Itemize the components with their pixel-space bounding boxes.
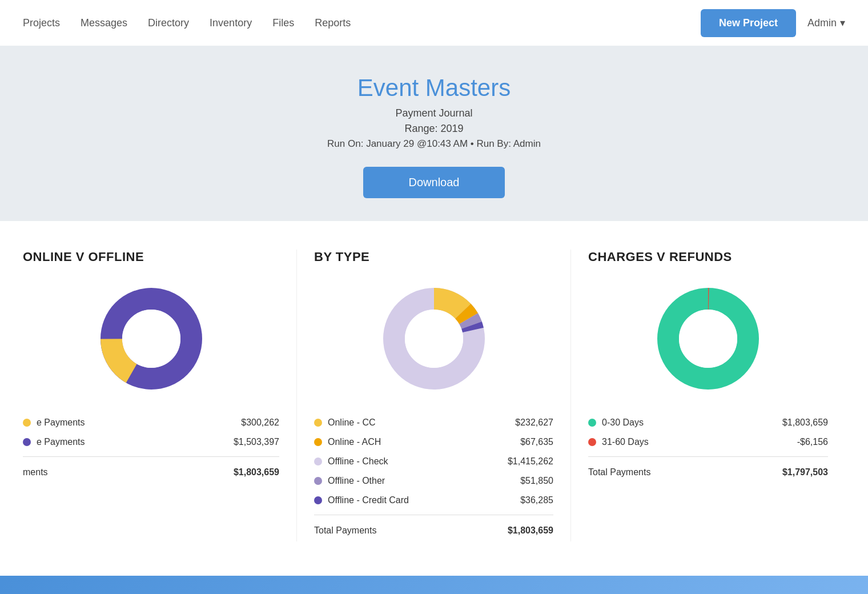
days-31-60-dot: [588, 438, 596, 446]
by-type-legend: Online - CC $232,627 Online - ACH $67,63…: [314, 413, 553, 541]
online-cc-label: Online - CC: [328, 418, 376, 428]
by-type-donut: [314, 282, 553, 396]
online-offline-legend: e Payments $300,262 e Payments $1,503,39…: [23, 413, 279, 483]
nav-reports[interactable]: Reports: [315, 17, 351, 29]
nav-inventory[interactable]: Inventory: [210, 17, 252, 29]
offline-payments-label: e Payments: [37, 437, 85, 447]
svg-point-11: [679, 310, 737, 368]
online-offline-chart: ONLINE V OFFLINE e Payments $300,262: [23, 250, 297, 541]
admin-dropdown[interactable]: Admin ▾: [807, 17, 845, 29]
days-0-30-label: 0-30 Days: [602, 418, 644, 428]
charts-container: ONLINE V OFFLINE e Payments $300,262: [0, 221, 868, 576]
days-0-30-dot: [588, 419, 596, 427]
offline-cc-value: $36,285: [520, 495, 553, 505]
report-subtitle: Payment Journal: [11, 107, 857, 119]
header-section: Event Masters Payment Journal Range: 201…: [0, 46, 868, 221]
online-ach-value: $67,635: [520, 437, 553, 447]
offline-check-dot: [314, 457, 322, 465]
svg-point-2: [122, 310, 180, 368]
chevron-down-icon: ▾: [840, 17, 845, 29]
by-type-title: BY TYPE: [314, 250, 553, 264]
by-type-total: Total Payments $1,803,659: [314, 520, 553, 541]
nav-files[interactable]: Files: [272, 17, 294, 29]
offline-other-value: $51,850: [520, 476, 553, 486]
offline-cc-label: Offline - Credit Card: [328, 495, 409, 505]
nav-projects[interactable]: Projects: [23, 17, 60, 29]
nav-messages[interactable]: Messages: [81, 17, 127, 29]
online-cc-dot: [314, 419, 322, 427]
by-type-chart: BY TYPE: [297, 250, 571, 541]
charges-refunds-title: CHARGES V REFUNDS: [588, 250, 828, 264]
svg-point-8: [405, 310, 463, 368]
navbar: Projects Messages Directory Inventory Fi…: [0, 0, 868, 46]
offline-other-dot: [314, 477, 322, 485]
new-project-button[interactable]: New Project: [701, 9, 796, 37]
charges-refunds-chart: CHARGES V REFUNDS 0-30 Days $1,803,659: [571, 250, 845, 541]
online-offline-total: ments $1,803,659: [23, 461, 279, 483]
days-31-60-value: -$6,156: [797, 437, 828, 447]
offline-cc-dot: [314, 496, 322, 504]
days-0-30-value: $1,803,659: [782, 418, 828, 428]
report-range: Range: 2019: [11, 123, 857, 135]
run-info: Run On: January 29 @10:43 AM • Run By: A…: [11, 138, 857, 150]
online-payments-value: $300,262: [241, 418, 279, 428]
charges-refunds-total: Total Payments $1,797,503: [588, 461, 828, 483]
online-offline-donut: [23, 282, 279, 396]
nav-right: New Project Admin ▾: [701, 9, 845, 37]
online-dot: [23, 419, 31, 427]
offline-check-label: Offline - Check: [328, 456, 388, 467]
online-ach-label: Online - ACH: [328, 437, 381, 447]
download-button[interactable]: Download: [363, 167, 505, 198]
online-payments-label: e Payments: [37, 418, 85, 428]
offline-dot: [23, 438, 31, 446]
charges-refunds-legend: 0-30 Days $1,803,659 31-60 Days -$6,156 …: [588, 413, 828, 483]
online-offline-title: ONLINE V OFFLINE: [23, 250, 279, 264]
online-cc-value: $232,627: [515, 418, 553, 428]
page-title: Event Masters: [11, 74, 857, 102]
charges-refunds-donut: [588, 282, 828, 396]
online-ach-dot: [314, 438, 322, 446]
offline-check-value: $1,415,262: [508, 456, 553, 467]
offline-other-label: Offline - Other: [328, 476, 385, 486]
offline-payments-value: $1,503,397: [234, 437, 279, 447]
days-31-60-label: 31-60 Days: [602, 437, 649, 447]
nav-directory[interactable]: Directory: [148, 17, 189, 29]
nav-links: Projects Messages Directory Inventory Fi…: [23, 17, 701, 29]
